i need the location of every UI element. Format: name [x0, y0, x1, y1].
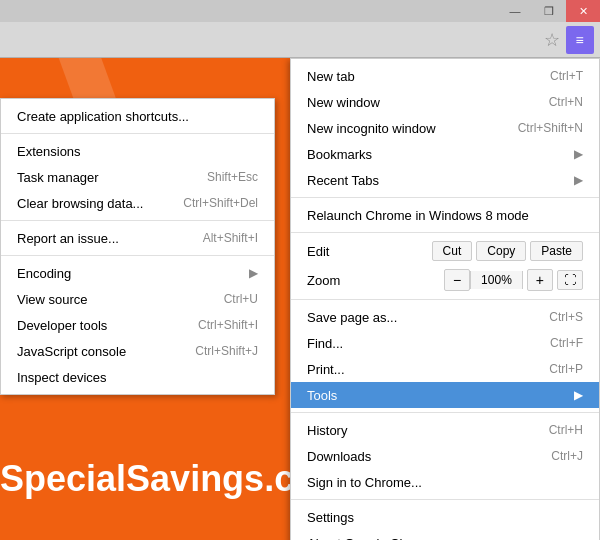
zoom-label: Zoom — [307, 273, 440, 288]
submenu-label: Create application shortcuts... — [17, 109, 189, 124]
menu-item-label: Bookmarks — [307, 147, 566, 162]
title-bar: — ❒ ✕ — [0, 0, 600, 22]
menu-item-relaunch[interactable]: Relaunch Chrome in Windows 8 mode — [291, 202, 599, 228]
menu-item-bookmarks[interactable]: Bookmarks ▶ — [291, 141, 599, 167]
main-content: SpecialSavings.co Create application sho… — [0, 58, 600, 540]
menu-item-tools[interactable]: Tools ▶ — [291, 382, 599, 408]
menu-item-history[interactable]: History Ctrl+H — [291, 417, 599, 443]
menu-item-label: Relaunch Chrome in Windows 8 mode — [307, 208, 583, 223]
cut-button[interactable]: Cut — [432, 241, 473, 261]
menu-separator — [291, 499, 599, 500]
menu-item-recent-tabs[interactable]: Recent Tabs ▶ — [291, 167, 599, 193]
chrome-menu-icon[interactable]: ≡ — [566, 26, 594, 54]
zoom-row: Zoom − 100% + ⛶ — [291, 265, 599, 295]
edit-row: Edit Cut Copy Paste — [291, 237, 599, 265]
menu-shortcut: Ctrl+T — [550, 69, 583, 83]
menu-item-label: Downloads — [307, 449, 531, 464]
menu-shortcut: Ctrl+S — [549, 310, 583, 324]
submenu-label: Inspect devices — [17, 370, 107, 385]
submenu-item-inspect-devices[interactable]: Inspect devices — [1, 364, 274, 390]
copy-button[interactable]: Copy — [476, 241, 526, 261]
menu-item-about-chrome[interactable]: About Google Chrome — [291, 530, 599, 540]
menu-shortcut: Ctrl+F — [550, 336, 583, 350]
submenu-shortcut: Ctrl+U — [224, 292, 258, 306]
submenu-arrow: ▶ — [249, 266, 258, 280]
menu-separator — [291, 197, 599, 198]
submenu-separator-1 — [1, 133, 274, 134]
submenu-item-report-issue[interactable]: Report an issue... Alt+Shift+I — [1, 225, 274, 251]
submenu-label: JavaScript console — [17, 344, 126, 359]
close-button[interactable]: ✕ — [566, 0, 600, 22]
submenu-label: Developer tools — [17, 318, 107, 333]
menu-item-label: Sign in to Chrome... — [307, 475, 583, 490]
submenu-item-extensions[interactable]: Extensions — [1, 138, 274, 164]
chrome-menu: New tab Ctrl+T New window Ctrl+N New inc… — [290, 58, 600, 540]
menu-shortcut: Ctrl+J — [551, 449, 583, 463]
star-icon[interactable]: ☆ — [538, 26, 566, 54]
site-name-display: SpecialSavings.co — [0, 458, 316, 500]
submenu-shortcut: Alt+Shift+I — [203, 231, 258, 245]
menu-shortcut: Ctrl+Shift+N — [518, 121, 583, 135]
menu-item-label: Find... — [307, 336, 530, 351]
menu-item-new-window[interactable]: New window Ctrl+N — [291, 89, 599, 115]
menu-item-label: New window — [307, 95, 529, 110]
menu-item-save-page[interactable]: Save page as... Ctrl+S — [291, 304, 599, 330]
menu-shortcut: Ctrl+N — [549, 95, 583, 109]
menu-separator — [291, 232, 599, 233]
zoom-value-display: 100% — [470, 271, 523, 289]
submenu-item-developer-tools[interactable]: Developer tools Ctrl+Shift+I — [1, 312, 274, 338]
menu-item-label: About Google Chrome — [307, 536, 583, 541]
submenu-label: Encoding — [17, 266, 71, 281]
submenu-shortcut: Ctrl+Shift+I — [198, 318, 258, 332]
submenu-item-javascript-console[interactable]: JavaScript console Ctrl+Shift+J — [1, 338, 274, 364]
menu-item-label: Recent Tabs — [307, 173, 566, 188]
submenu-shortcut: Ctrl+Shift+J — [195, 344, 258, 358]
submenu-arrow-icon: ▶ — [574, 173, 583, 187]
submenu-shortcut: Ctrl+Shift+Del — [183, 196, 258, 210]
menu-item-label: Print... — [307, 362, 529, 377]
submenu-label: View source — [17, 292, 88, 307]
submenu-arrow-icon: ▶ — [574, 147, 583, 161]
tools-submenu: Create application shortcuts... Extensio… — [0, 98, 275, 395]
menu-item-label: New incognito window — [307, 121, 498, 136]
submenu-shortcut: Shift+Esc — [207, 170, 258, 184]
menu-item-label: History — [307, 423, 529, 438]
menu-item-label: Tools — [307, 388, 566, 403]
submenu-label: Clear browsing data... — [17, 196, 143, 211]
menu-item-label: Settings — [307, 510, 583, 525]
submenu-separator-3 — [1, 255, 274, 256]
menu-item-label: New tab — [307, 69, 530, 84]
minimize-button[interactable]: — — [498, 0, 532, 22]
submenu-label: Task manager — [17, 170, 99, 185]
submenu-label: Report an issue... — [17, 231, 119, 246]
edit-label: Edit — [307, 244, 428, 259]
fullscreen-button[interactable]: ⛶ — [557, 270, 583, 290]
submenu-label: Extensions — [17, 144, 81, 159]
zoom-in-button[interactable]: + — [527, 269, 553, 291]
submenu-separator-2 — [1, 220, 274, 221]
zoom-out-button[interactable]: − — [444, 269, 470, 291]
submenu-item-view-source[interactable]: View source Ctrl+U — [1, 286, 274, 312]
menu-item-find[interactable]: Find... Ctrl+F — [291, 330, 599, 356]
menu-item-label: Save page as... — [307, 310, 529, 325]
submenu-item-task-manager[interactable]: Task manager Shift+Esc — [1, 164, 274, 190]
submenu-item-create-shortcuts[interactable]: Create application shortcuts... — [1, 103, 274, 129]
maximize-button[interactable]: ❒ — [532, 0, 566, 22]
paste-button[interactable]: Paste — [530, 241, 583, 261]
menu-separator — [291, 299, 599, 300]
submenu-arrow-icon: ▶ — [574, 388, 583, 402]
submenu-item-clear-browsing[interactable]: Clear browsing data... Ctrl+Shift+Del — [1, 190, 274, 216]
menu-shortcut: Ctrl+H — [549, 423, 583, 437]
menu-item-new-incognito[interactable]: New incognito window Ctrl+Shift+N — [291, 115, 599, 141]
menu-item-new-tab[interactable]: New tab Ctrl+T — [291, 63, 599, 89]
browser-toolbar: ☆ ≡ — [0, 22, 600, 58]
menu-item-downloads[interactable]: Downloads Ctrl+J — [291, 443, 599, 469]
menu-item-print[interactable]: Print... Ctrl+P — [291, 356, 599, 382]
menu-item-settings[interactable]: Settings — [291, 504, 599, 530]
menu-shortcut: Ctrl+P — [549, 362, 583, 376]
menu-separator — [291, 412, 599, 413]
menu-item-sign-in[interactable]: Sign in to Chrome... — [291, 469, 599, 495]
submenu-item-encoding[interactable]: Encoding ▶ — [1, 260, 274, 286]
